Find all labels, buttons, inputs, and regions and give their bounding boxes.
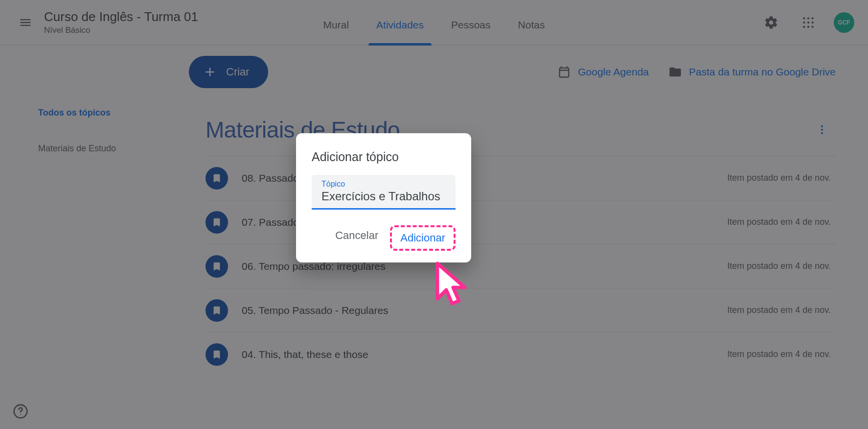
dialog-actions: Cancelar Adicionar bbox=[312, 225, 456, 251]
topic-input[interactable] bbox=[321, 190, 446, 203]
topic-field[interactable]: Tópico bbox=[312, 175, 456, 210]
add-button-highlight: Adicionar bbox=[390, 225, 456, 251]
cursor-annotation-icon bbox=[433, 261, 472, 314]
dialog-title: Adicionar tópico bbox=[312, 150, 456, 164]
add-topic-dialog: Adicionar tópico Tópico Cancelar Adicion… bbox=[296, 133, 471, 262]
topic-field-label: Tópico bbox=[321, 180, 446, 189]
cancel-button[interactable]: Cancelar bbox=[327, 225, 386, 251]
add-button[interactable]: Adicionar bbox=[392, 228, 453, 248]
